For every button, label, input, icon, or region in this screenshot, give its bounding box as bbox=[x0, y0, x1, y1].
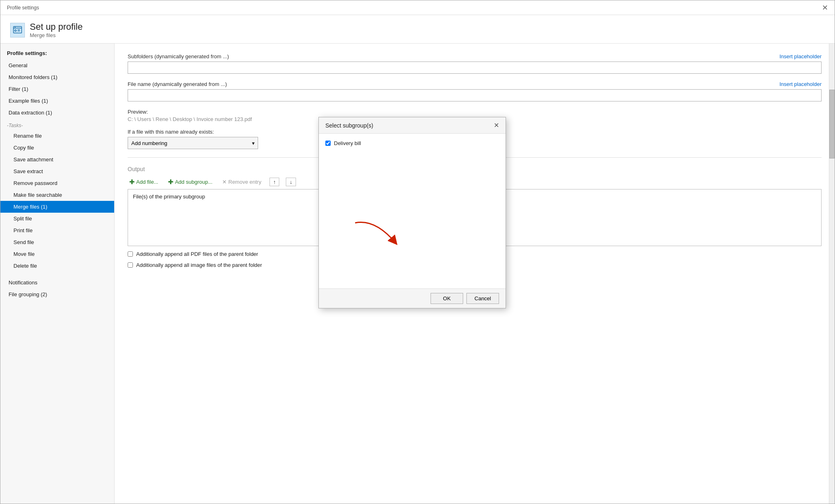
sidebar-item-remove-password[interactable]: Remove password bbox=[0, 177, 114, 189]
dialog-title: Select subgroup(s) bbox=[325, 122, 373, 129]
sidebar-item-notifications[interactable]: Notifications bbox=[0, 277, 114, 288]
add-subgroup-label: Add subgroup... bbox=[175, 179, 212, 185]
filename-input[interactable] bbox=[128, 89, 822, 101]
window-title: Profile settings bbox=[7, 5, 39, 11]
subfolders-row: Subfolders (dynamically generated from .… bbox=[128, 53, 822, 74]
dialog-checkbox-row: Delivery bill bbox=[325, 140, 499, 146]
insert-placeholder-2-btn[interactable]: Insert placeholder bbox=[780, 81, 822, 87]
dialog-body: Delivery bill bbox=[319, 134, 506, 288]
title-bar: Profile settings ✕ bbox=[0, 0, 835, 15]
sidebar-item-save-attachment[interactable]: Save attachment bbox=[0, 154, 114, 165]
body: Profile settings: General Monitored fold… bbox=[0, 44, 835, 504]
add-subgroup-btn[interactable]: ✚ Add subgroup... bbox=[166, 177, 214, 187]
sidebar-item-split-file[interactable]: Split file bbox=[0, 213, 114, 224]
scrollbar-thumb[interactable] bbox=[829, 90, 835, 158]
delivery-bill-checkbox[interactable] bbox=[325, 141, 331, 146]
dialog-close-btn[interactable]: ✕ bbox=[494, 121, 499, 129]
dialog-title-bar: Select subgroup(s) ✕ bbox=[319, 117, 506, 134]
sidebar-item-merge-files[interactable]: Merge files (1) bbox=[0, 201, 114, 213]
x-icon: ✕ bbox=[222, 179, 227, 185]
sidebar-item-filter[interactable]: Filter (1) bbox=[0, 83, 114, 95]
tasks-section-label: -Tasks- bbox=[0, 119, 114, 130]
add-file-btn[interactable]: ✚ Add file... bbox=[128, 177, 160, 187]
scrollbar-track[interactable] bbox=[829, 44, 835, 504]
move-up-btn[interactable]: ↑ bbox=[269, 178, 280, 186]
main-content: Subfolders (dynamically generated from .… bbox=[115, 44, 835, 504]
page-subtitle: Merge files bbox=[30, 32, 83, 38]
sidebar-item-print-file[interactable]: Print file bbox=[0, 224, 114, 236]
sidebar-item-move-file[interactable]: Move file bbox=[0, 248, 114, 260]
select-subgroup-dialog: Select subgroup(s) ✕ Delivery bill OK Ca… bbox=[318, 117, 506, 308]
plus-icon-1: ✚ bbox=[129, 178, 135, 186]
remove-entry-btn[interactable]: ✕ Remove entry bbox=[221, 178, 263, 186]
sidebar-item-example-files[interactable]: Example files (1) bbox=[0, 95, 114, 107]
checkbox-pdf[interactable] bbox=[128, 251, 133, 257]
dialog-cancel-btn[interactable]: Cancel bbox=[466, 293, 499, 304]
checkbox-image[interactable] bbox=[128, 262, 133, 268]
sidebar-item-delete-file[interactable]: Delete file bbox=[0, 260, 114, 272]
sidebar-item-general[interactable]: General bbox=[0, 59, 114, 71]
preview-label: Preview: bbox=[128, 109, 822, 115]
file-exists-select-wrapper: Add numbering bbox=[128, 137, 258, 149]
sidebar-item-make-file-searchable[interactable]: Make file searchable bbox=[0, 189, 114, 201]
delivery-bill-label: Delivery bill bbox=[334, 140, 361, 146]
sidebar-item-file-grouping[interactable]: File grouping (2) bbox=[0, 288, 114, 300]
subfolders-input[interactable] bbox=[128, 62, 822, 74]
dialog-footer: OK Cancel bbox=[319, 288, 506, 308]
window-close-button[interactable]: ✕ bbox=[822, 4, 828, 11]
checkbox-pdf-label: Additionally append all PDF files of the… bbox=[136, 251, 258, 257]
sidebar-heading: Profile settings: bbox=[0, 47, 114, 59]
file-exists-select[interactable]: Add numbering bbox=[128, 137, 258, 149]
up-arrow-icon: ↑ bbox=[273, 179, 276, 185]
move-down-btn[interactable]: ↓ bbox=[286, 178, 296, 186]
sidebar-item-rename-file[interactable]: Rename file bbox=[0, 130, 114, 142]
sidebar-item-send-file[interactable]: Send file bbox=[0, 236, 114, 248]
remove-entry-label: Remove entry bbox=[228, 179, 261, 185]
subfolders-label: Subfolders (dynamically generated from .… bbox=[128, 53, 229, 59]
add-file-label: Add file... bbox=[136, 179, 158, 185]
sidebar-item-monitored-folders[interactable]: Monitored folders (1) bbox=[0, 71, 114, 83]
insert-placeholder-1-btn[interactable]: Insert placeholder bbox=[780, 53, 822, 59]
filename-row: File name (dynamically generated from ..… bbox=[128, 81, 822, 101]
plus-icon-2: ✚ bbox=[168, 178, 173, 186]
header-text: Set up profile Merge files bbox=[30, 22, 83, 38]
dialog-ok-btn[interactable]: OK bbox=[431, 293, 463, 304]
down-arrow-icon: ↓ bbox=[289, 179, 292, 185]
page-title: Set up profile bbox=[30, 22, 83, 32]
sidebar-item-copy-file[interactable]: Copy file bbox=[0, 142, 114, 154]
svg-point-5 bbox=[15, 30, 16, 31]
main-window: Profile settings ✕ Set up profile Merge … bbox=[0, 0, 835, 504]
checkbox-image-label: Additionally append all image files of t… bbox=[136, 262, 262, 268]
filename-label: File name (dynamically generated from ..… bbox=[128, 81, 227, 87]
sidebar: Profile settings: General Monitored fold… bbox=[0, 44, 115, 504]
header: Set up profile Merge files bbox=[0, 15, 835, 44]
profile-icon bbox=[10, 23, 25, 37]
sidebar-item-data-extraction[interactable]: Data extraction (1) bbox=[0, 107, 114, 119]
sidebar-item-save-extract[interactable]: Save extract bbox=[0, 165, 114, 177]
